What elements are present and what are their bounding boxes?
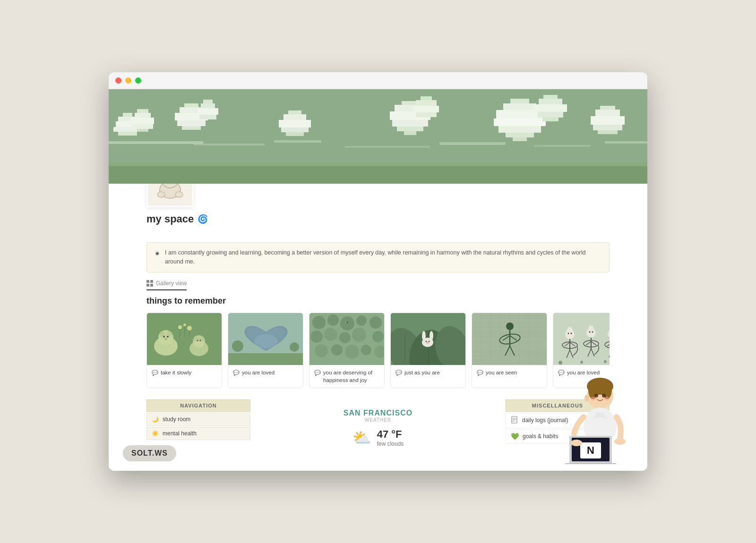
svg-point-166 [571,332,572,334]
comment-icon: 💬 [152,369,158,376]
svg-point-86 [163,336,165,338]
svg-rect-49 [600,106,615,110]
profile-name: my space 🌀 [146,213,610,225]
svg-rect-9 [135,113,151,118]
svg-rect-37 [510,99,529,103]
hero-banner [109,89,647,184]
svg-point-112 [310,331,323,343]
svg-rect-24 [279,120,311,127]
svg-point-102 [254,334,278,348]
svg-point-211 [584,395,589,401]
svg-point-93 [197,339,198,341]
svg-rect-79 [146,284,149,287]
card-label-1: 💬 take it slowly [147,365,222,380]
nav-item-mental-label: mental health [163,430,197,437]
nav-item-study-label: study room [163,416,190,423]
svg-rect-60 [605,141,647,144]
gallery-card[interactable]: 💬 you are deserving of happiness and joy [309,313,385,388]
section-title: things to remember [146,296,610,306]
weather-icon: ⛅ [352,429,371,447]
gallery-card[interactable]: 💬 you are seen [472,313,547,388]
gallery-view-label[interactable]: Gallery view [146,280,187,290]
card-illustration-1 [147,313,222,365]
comment-icon: 💬 [233,369,240,376]
svg-rect-25 [281,127,309,132]
card-image-3 [309,313,385,365]
svg-rect-2 [109,162,647,166]
svg-rect-161 [553,313,610,365]
svg-point-132 [430,331,433,340]
weather-description: few clouds [377,441,404,447]
card-image-1 [147,313,222,365]
card-label-2: 💬 you are loved [228,365,303,380]
svg-rect-18 [203,100,213,103]
gallery-card[interactable]: 💬 just as you are [390,313,466,388]
comment-icon: 💬 [477,369,483,376]
svg-point-104 [232,340,243,352]
svg-point-123 [345,322,346,323]
affirmation-icon: ✷ [155,249,160,259]
svg-point-195 [558,361,562,365]
svg-point-105 [290,342,299,352]
svg-point-116 [372,331,384,342]
svg-rect-30 [392,120,428,127]
card-label-4: 💬 just as you are [391,365,465,380]
minimize-button[interactable] [125,77,131,84]
svg-rect-10 [131,118,154,124]
svg-rect-19 [201,103,215,108]
svg-rect-21 [199,115,216,119]
nav-item-mental-icon: ☀️ [152,430,159,437]
svg-point-197 [580,361,583,364]
svg-rect-50 [595,110,620,116]
svg-rect-46 [534,104,567,112]
comment-icon: 💬 [314,369,321,376]
svg-point-122 [346,322,348,323]
gallery-card[interactable]: 💬 take it slowly [146,313,222,388]
svg-rect-47 [538,112,563,118]
weather-temp: 47 °F [377,428,404,441]
svg-rect-53 [598,130,618,134]
svg-point-91 [194,336,198,340]
svg-rect-54 [109,141,203,144]
maximize-button[interactable] [135,77,141,84]
svg-point-96 [183,323,186,326]
weather-content: ⛅ 47 °F few clouds [352,428,404,447]
svg-point-111 [369,316,382,329]
cloud-background [109,89,647,184]
svg-rect-3 [123,113,132,117]
svg-point-176 [589,331,591,332]
svg-rect-41 [498,126,541,133]
svg-rect-40 [494,119,546,126]
svg-rect-26 [286,132,304,136]
svg-point-87 [167,336,169,338]
svg-rect-103 [228,353,303,365]
weather-widget: SAN FRANCISCO WEATHER ⛅ 47 °F few clouds [260,399,496,457]
svg-rect-34 [416,100,437,106]
svg-point-117 [315,344,328,357]
svg-point-95 [178,325,182,329]
svg-rect-22 [288,110,301,114]
svg-point-177 [592,331,593,332]
svg-point-118 [331,344,343,356]
svg-point-107 [312,316,326,329]
svg-rect-218 [565,463,617,464]
svg-rect-51 [591,116,625,125]
nav-item-study[interactable]: 🌙 study room [146,413,250,426]
svg-point-210 [604,397,610,400]
svg-point-209 [591,397,596,400]
card-image-6 [553,313,610,365]
nav-item-study-icon: 🌙 [152,416,159,423]
nav-item-mental[interactable]: ☀️ mental health [146,427,250,440]
svg-rect-56 [274,140,321,143]
svg-rect-48 [542,118,558,121]
svg-point-198 [604,360,607,363]
gallery-card[interactable]: 💬 you are loved [228,313,303,388]
close-button[interactable] [115,77,121,84]
svg-point-220 [614,438,626,445]
svg-rect-23 [284,114,306,120]
svg-point-75 [157,192,165,197]
card-illustration-3 [309,313,385,365]
svg-rect-44 [543,95,558,99]
svg-rect-33 [421,96,432,100]
card-illustration-6 [553,313,610,365]
